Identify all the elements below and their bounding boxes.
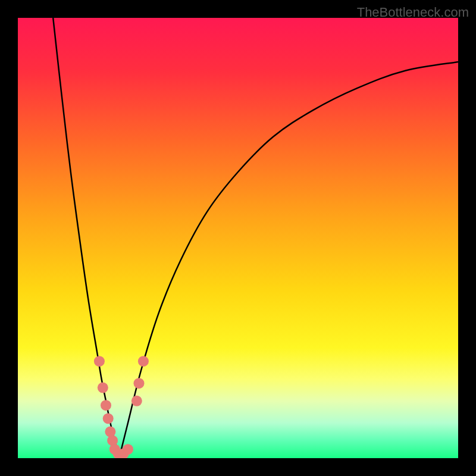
curve-overlay [18, 18, 458, 458]
marker-point [94, 356, 105, 367]
right-curve [119, 62, 458, 458]
chart-area [18, 18, 458, 458]
marker-point [98, 383, 108, 393]
marker-point [138, 356, 149, 367]
marker-point [123, 444, 133, 455]
left-curve [53, 18, 119, 458]
watermark-text: TheBottleneck.com [357, 5, 469, 20]
marker-point [101, 400, 111, 411]
marker-point [131, 396, 142, 406]
marker-point [134, 378, 145, 389]
marker-point [103, 413, 114, 424]
